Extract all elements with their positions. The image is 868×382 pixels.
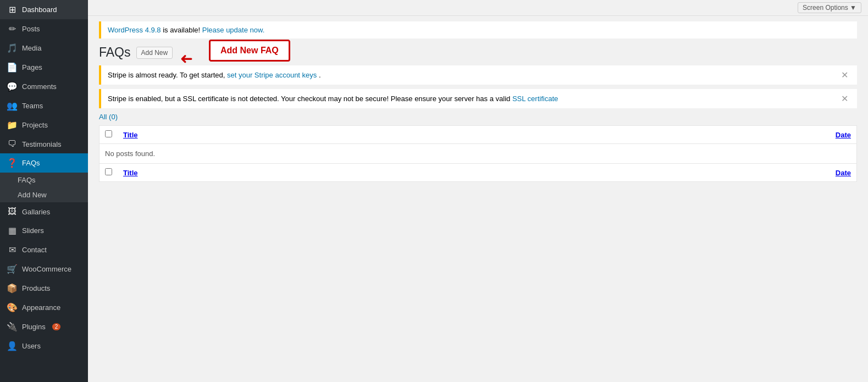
screen-options-button[interactable]: Screen Options ▼ xyxy=(798,2,861,13)
sidebar-item-label: Contact xyxy=(22,246,47,254)
stripe-notice-1-text: Stripe is almost ready. To get started, … xyxy=(108,71,321,79)
sidebar-item-faqs-list[interactable]: FAQs xyxy=(0,173,88,187)
col-date-footer[interactable]: Date xyxy=(479,164,857,182)
sidebar-item-contact[interactable]: ✉ Contact xyxy=(0,240,88,259)
sidebar-item-label: Testimonials xyxy=(22,140,62,148)
dashboard-icon: ⊞ xyxy=(7,4,18,15)
sidebar-item-label: Plugins xyxy=(22,323,46,331)
comments-icon: 💬 xyxy=(7,81,18,92)
pages-icon: 📄 xyxy=(7,62,18,73)
sidebar-item-label: Dashboard xyxy=(22,5,57,14)
sidebar-item-label: Comments xyxy=(22,82,57,91)
faqs-table: Title Date No posts found. xyxy=(99,125,857,182)
sidebar-item-label: Teams xyxy=(22,102,43,110)
galleries-icon: 🖼 xyxy=(7,207,18,217)
sidebar-item-label: Products xyxy=(22,284,50,292)
faqs-list-label: FAQs xyxy=(18,176,36,184)
posts-icon: ✏ xyxy=(7,24,18,34)
callout-box: Add New FAQ xyxy=(209,40,290,62)
add-new-button[interactable]: Add New xyxy=(136,47,173,59)
stripe-notice-1: Stripe is almost ready. To get started, … xyxy=(99,65,857,85)
sidebar-item-comments[interactable]: 💬 Comments xyxy=(0,77,88,96)
sidebar-item-users[interactable]: 👤 Users xyxy=(0,336,88,356)
sidebar-item-label: Media xyxy=(22,44,41,52)
update-notice-text: WordPress 4.9.8 is available! Please upd… xyxy=(108,26,264,34)
sidebar-item-projects[interactable]: 📁 Projects xyxy=(0,115,88,135)
main-content: Screen Options ▼ WordPress 4.9.8 is avai… xyxy=(88,0,868,382)
sidebar-item-pages[interactable]: 📄 Pages xyxy=(0,58,88,77)
plugins-badge: 2 xyxy=(52,323,61,330)
title-sort-link-bottom[interactable]: Title xyxy=(123,169,138,177)
sidebar-item-label: Pages xyxy=(22,63,42,71)
filter-bar: All (0) xyxy=(99,113,857,121)
sidebar-item-add-new-faq[interactable]: Add New xyxy=(0,187,88,202)
stripe-notice-2: Stripe is enabled, but a SSL certificate… xyxy=(99,89,857,108)
date-sort-link-bottom[interactable]: Date xyxy=(836,169,851,177)
stripe-account-keys-link[interactable]: set your Stripe account keys xyxy=(227,71,317,79)
sidebar-item-plugins[interactable]: 🔌 Plugins 2 xyxy=(0,317,88,336)
ssl-certificate-link[interactable]: SSL certificate xyxy=(512,95,558,103)
sidebar-item-testimonials[interactable]: 🗨 Testimonials xyxy=(0,135,88,153)
woocommerce-icon: 🛒 xyxy=(7,264,18,274)
sidebar-item-faqs[interactable]: ❓ FAQs xyxy=(0,153,88,173)
sidebar-item-woocommerce[interactable]: 🛒 WooCommerce xyxy=(0,259,88,279)
page-title: FAQs xyxy=(99,45,131,60)
sidebar-item-sliders[interactable]: ▦ Sliders xyxy=(0,221,88,240)
no-posts-row: No posts found. xyxy=(99,144,857,164)
sidebar-item-galleries[interactable]: 🖼 Gallaries xyxy=(0,202,88,221)
sidebar-item-appearance[interactable]: 🎨 Appearance xyxy=(0,298,88,317)
sidebar: ⊞ Dashboard ✏ Posts 🎵 Media 📄 Pages 💬 Co… xyxy=(0,0,88,382)
sidebar-item-label: Posts xyxy=(22,25,40,33)
users-icon: 👤 xyxy=(7,341,18,351)
projects-icon: 📁 xyxy=(7,120,18,130)
update-notice: WordPress 4.9.8 is available! Please upd… xyxy=(99,21,857,38)
sidebar-item-label: Appearance xyxy=(22,303,60,312)
content-area: WordPress 4.9.8 is available! Please upd… xyxy=(88,16,868,382)
appearance-icon: 🎨 xyxy=(7,302,18,313)
date-sort-link[interactable]: Date xyxy=(836,131,851,139)
filter-all-link[interactable]: All (0) xyxy=(99,113,118,121)
sidebar-item-label: FAQs xyxy=(22,159,40,167)
faqs-icon: ❓ xyxy=(7,158,18,168)
sidebar-item-label: WooCommerce xyxy=(22,265,71,273)
sidebar-item-products[interactable]: 📦 Products xyxy=(0,279,88,298)
page-header: FAQs Add New ➜ Add New FAQ xyxy=(99,45,857,60)
select-all-checkbox[interactable] xyxy=(105,130,112,137)
media-icon: 🎵 xyxy=(7,43,18,53)
faqs-submenu: FAQs Add New xyxy=(0,173,88,202)
col-title-header[interactable]: Title xyxy=(118,126,479,144)
update-now-link[interactable]: Please update now. xyxy=(202,26,264,34)
sidebar-item-media[interactable]: 🎵 Media xyxy=(0,38,88,58)
plugins-icon: 🔌 xyxy=(7,322,18,332)
stripe-notice-1-close[interactable]: ✕ xyxy=(839,70,850,80)
sliders-icon: ▦ xyxy=(7,225,18,236)
teams-icon: 👥 xyxy=(7,101,18,111)
topbar: Screen Options ▼ xyxy=(88,0,868,16)
sidebar-item-label: Gallaries xyxy=(22,208,50,216)
add-new-label: Add New xyxy=(18,191,47,199)
sidebar-item-label: Sliders xyxy=(22,226,44,235)
no-posts-cell: No posts found. xyxy=(99,144,857,164)
select-all-checkbox-bottom[interactable] xyxy=(105,168,112,175)
sidebar-item-posts[interactable]: ✏ Posts xyxy=(0,19,88,38)
stripe-notice-2-close[interactable]: ✕ xyxy=(839,93,850,104)
title-sort-link[interactable]: Title xyxy=(123,131,138,139)
wordpress-version-link[interactable]: WordPress 4.9.8 xyxy=(108,26,161,34)
stripe-notice-2-text: Stripe is enabled, but a SSL certificate… xyxy=(108,95,558,103)
callout-text: Add New FAQ xyxy=(220,46,279,55)
sidebar-item-dashboard[interactable]: ⊞ Dashboard xyxy=(0,0,88,19)
sidebar-item-teams[interactable]: 👥 Teams xyxy=(0,96,88,115)
products-icon: 📦 xyxy=(7,283,18,294)
col-title-footer[interactable]: Title xyxy=(118,164,479,182)
col-date-header[interactable]: Date xyxy=(479,126,857,144)
testimonials-icon: 🗨 xyxy=(7,139,18,149)
sidebar-item-label: Projects xyxy=(22,121,48,129)
contact-icon: ✉ xyxy=(7,245,18,255)
sidebar-item-label: Users xyxy=(22,342,41,350)
